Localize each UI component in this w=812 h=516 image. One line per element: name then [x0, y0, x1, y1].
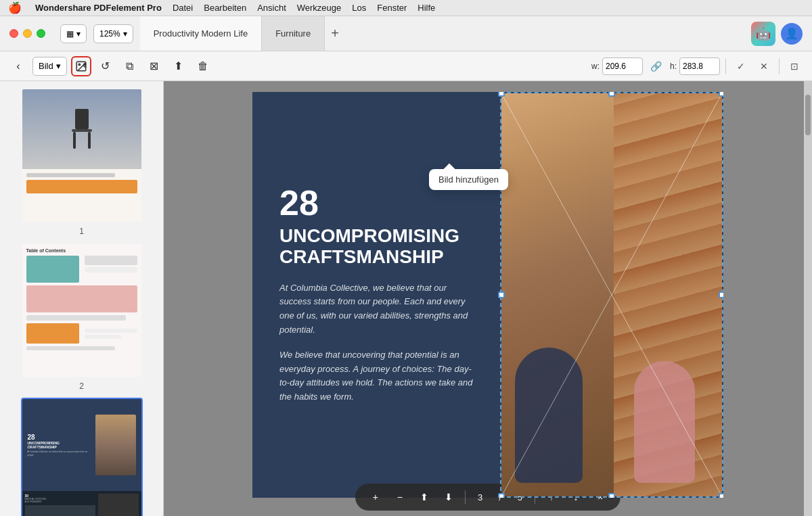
confirm-button[interactable]: ✓ — [731, 57, 750, 76]
add-tab-button[interactable]: + — [325, 24, 345, 44]
person-right — [634, 361, 695, 483]
maximize-button[interactable] — [37, 29, 45, 38]
svg-point-1 — [78, 64, 80, 65]
zoom-chevron-icon: ▾ — [123, 29, 127, 39]
thumb-page-num: 28 — [28, 433, 93, 441]
handle-bottom-center[interactable] — [608, 493, 615, 498]
thumb-page3-content: 28 UNCOMPROMISINGCRAFTSMANSHIP At Columb… — [22, 399, 141, 516]
thumb-orange-bar — [26, 180, 137, 193]
ai-feature-icon[interactable]: 🤖 — [751, 22, 775, 46]
menu-werkzeuge[interactable]: Werkzeuge — [297, 3, 342, 13]
minimize-button[interactable] — [23, 29, 32, 38]
thumbnail-page-3[interactable]: 28 UNCOMPROMISINGCRAFTSMANSHIP At Columb… — [5, 398, 158, 516]
thumb-frame-2: Table of Contents — [21, 243, 143, 378]
svg-rect-6 — [73, 132, 76, 149]
chevron-down-icon: ▾ — [56, 61, 61, 71]
cancel-edit-button[interactable]: ✕ — [754, 57, 773, 76]
thumb-row2 — [26, 285, 137, 312]
tab-productivity[interactable]: Productivity Modern Life — [140, 16, 262, 51]
image-selection[interactable] — [500, 92, 723, 498]
clone-button[interactable]: ⧉ — [120, 56, 140, 76]
handle-bottom-right[interactable] — [719, 493, 723, 498]
cell-orange — [26, 323, 79, 344]
svg-rect-7 — [88, 132, 91, 149]
h-label: h: — [670, 62, 677, 71]
view-toggle[interactable]: ▦ ▾ — [60, 24, 87, 43]
thumb-page3-top: 28 UNCOMPROMISINGCRAFTSMANSHIP At Columb… — [22, 399, 141, 491]
thumb-row1 — [26, 256, 137, 283]
menu-bearbeiten[interactable]: Bearbeiten — [204, 3, 246, 13]
fit-page-up-button[interactable]: ⬆ — [415, 488, 434, 507]
back-button[interactable]: ‹ — [8, 56, 28, 76]
thumb-page1-image — [22, 89, 141, 169]
zoom-out-button[interactable]: − — [390, 488, 409, 507]
close-button[interactable] — [9, 29, 18, 38]
thumb-frame-3: 28 UNCOMPROMISINGCRAFTSMANSHIP At Columb… — [21, 398, 143, 516]
thumb-page1-bottom — [22, 169, 141, 222]
user-avatar[interactable]: 👤 — [781, 23, 803, 45]
scroll-track — [804, 81, 812, 516]
height-input[interactable] — [679, 57, 720, 75]
menu-los[interactable]: Los — [352, 3, 366, 13]
share-button[interactable]: ⬆ — [168, 56, 189, 76]
current-page: 3 — [472, 492, 488, 502]
page-content: 28 UNCOMPROMISING CRAFTSMANSHIP At Colum… — [252, 92, 723, 498]
crop-button[interactable]: ⊠ — [144, 56, 164, 76]
thumb-page3-bottom: 30 MATERIAL SOURCINGAND TREATMENT — [22, 491, 141, 516]
handle-mid-left[interactable] — [498, 291, 505, 298]
page-body-1: At Columbia Collective, we believe that … — [279, 281, 473, 337]
handle-top-left[interactable] — [498, 92, 505, 97]
zoom-in-button[interactable]: + — [366, 488, 385, 507]
thumb-bot-text: 30 MATERIAL SOURCINGAND TREATMENT — [25, 494, 95, 516]
toc-title: Table of Contents — [26, 248, 137, 253]
page-display-number: 28 — [279, 185, 473, 220]
thumb-heading: UNCOMPROMISINGCRAFTSMANSHIP — [28, 441, 93, 449]
rotate-button[interactable]: ↺ — [95, 56, 116, 76]
text-block — [85, 256, 137, 265]
panel-toggle-button[interactable]: ⊡ — [785, 57, 804, 76]
menu-fenster[interactable]: Fenster — [377, 3, 407, 13]
apple-menu[interactable]: 🍎 — [8, 1, 22, 14]
scroll-thumb[interactable] — [805, 95, 811, 135]
handle-mid-right[interactable] — [719, 291, 723, 298]
pdf-page: 28 UNCOMPROMISING CRAFTSMANSHIP At Colum… — [252, 92, 723, 498]
text-line — [26, 315, 127, 321]
toolbar: ‹ Bild ▾ ↺ ⧉ ⊠ ⬆ 🗑 w: 🔗 h: ✓ ✕ ⊡ — [0, 51, 812, 81]
title-bar: ▦ ▾ 125% ▾ Productivity Modern Life Furn… — [0, 16, 812, 51]
mode-dropdown[interactable]: Bild ▾ — [32, 57, 67, 76]
width-input[interactable] — [602, 57, 643, 75]
thumbnail-page-1[interactable]: 1 — [5, 88, 158, 236]
text-block-small — [85, 267, 137, 273]
link-dimensions-button[interactable]: 🔗 — [647, 57, 666, 76]
menu-ansicht[interactable]: Ansicht — [257, 3, 286, 13]
menu-datei[interactable]: Datei — [173, 3, 193, 13]
thumb-page2-content: Table of Contents — [22, 244, 141, 377]
thumbnail-page-2[interactable]: Table of Contents — [5, 243, 158, 391]
traffic-lights — [0, 29, 55, 38]
handle-top-center[interactable] — [608, 92, 615, 97]
height-field: h: — [670, 57, 720, 75]
add-image-button[interactable] — [71, 56, 91, 76]
tab-furniture[interactable]: Furniture — [262, 16, 325, 51]
separator — [465, 490, 466, 504]
cell-pink — [26, 285, 137, 312]
page-label-1: 1 — [79, 227, 84, 236]
tabs: Productivity Modern Life Furniture + — [140, 16, 751, 51]
add-image-icon — [75, 60, 87, 72]
handle-top-right[interactable] — [719, 92, 723, 97]
w-label: w: — [591, 62, 600, 71]
person-left — [515, 348, 583, 483]
zoom-control[interactable]: 125% ▾ — [93, 24, 133, 43]
handle-bottom-left[interactable] — [498, 493, 505, 498]
fit-page-down-button[interactable]: ⬇ — [439, 488, 458, 507]
zoom-value: 125% — [99, 29, 120, 39]
page-body-2: We believe that uncovering that potentia… — [279, 348, 473, 404]
page-left: 28 UNCOMPROMISING CRAFTSMANSHIP At Colum… — [252, 92, 500, 498]
line-small — [85, 329, 137, 333]
svg-rect-4 — [75, 109, 89, 129]
delete-button[interactable]: 🗑 — [193, 56, 213, 76]
thumb-bot-img — [98, 494, 139, 516]
thumb-desc: At Columbia Collective, we believe that … — [28, 450, 93, 456]
menu-hilfe[interactable]: Hilfe — [418, 3, 435, 13]
thumb-row3 — [26, 323, 137, 344]
